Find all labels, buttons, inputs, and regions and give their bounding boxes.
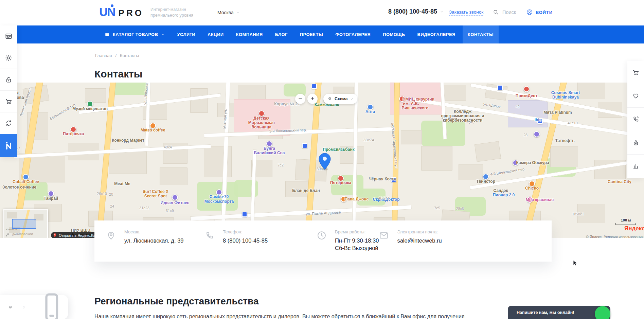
map-poi-marker	[172, 194, 178, 200]
map-label: 7с2	[278, 163, 284, 167]
map-label: 31с9	[166, 209, 174, 213]
phone-number: 8 (800) 100-45-85	[388, 8, 437, 15]
search-icon	[493, 9, 499, 15]
yandex-map[interactable]: Ленинский просп.ул. ШаболовкаМытная ул.Б…	[0, 83, 644, 238]
transport-stop-icon	[242, 212, 247, 217]
nav-item-label: ВИДЕОГАЛЕРЕЯ	[417, 32, 455, 37]
search-button[interactable]: Поиск	[493, 9, 516, 15]
contact-label: Время работы:	[335, 229, 379, 234]
login-button[interactable]: ВОЙТИ	[526, 9, 553, 16]
nav-item[interactable]: ВИДЕОГАЛЕРЕЯ	[412, 25, 461, 43]
map-layer-button[interactable]: Схема	[323, 94, 357, 104]
nav-item[interactable]: ФОТОГАЛЕРЕЯ	[330, 25, 376, 43]
nav-item[interactable]: ПОМОЩЬ	[378, 25, 410, 43]
toolbar-item-heart[interactable]	[627, 84, 644, 108]
toolbar-item-cart[interactable]	[0, 91, 17, 112]
toolbar-item-chart[interactable]	[627, 155, 644, 178]
logo-pro: PRO	[119, 8, 144, 18]
chat-online-indicator	[595, 306, 610, 319]
map-building	[475, 141, 501, 162]
toolbar-item-lockcheck[interactable]	[627, 131, 644, 155]
toolbar-item-gear[interactable]	[0, 47, 17, 69]
layer-label: Схема	[335, 96, 348, 101]
nav-item[interactable]: ПРОЕКТЫ	[295, 25, 328, 43]
breadcrumb-home[interactable]: Главная	[95, 53, 112, 58]
chat-message: Напишите нам, мы онлайн!	[517, 310, 574, 315]
contact-text: Москва ул. Люсиновская, д. 39	[124, 229, 183, 244]
zoom-in-button[interactable]: +	[307, 94, 318, 104]
contact-item: Москва ул. Люсиновская, д. 39	[106, 229, 204, 244]
toolbar-item-phonering[interactable]	[627, 108, 644, 131]
yandex-logo[interactable]: Яндекс	[624, 225, 644, 232]
map-label: 4-й Щипковский пер.	[490, 167, 526, 176]
map-label: Meat Me	[114, 181, 130, 186]
map-label: Идеал Фитнес	[161, 200, 189, 205]
map-label: Музей меценатов	[72, 106, 108, 111]
map-label: Бунга	[264, 146, 275, 151]
map-label: Сандэк	[494, 188, 508, 193]
callback-link[interactable]: Заказать звонок	[449, 10, 483, 16]
logo[interactable]: UN PRO	[99, 4, 144, 19]
nav-item[interactable]: АКЦИИ	[202, 25, 229, 43]
device-button-mobile[interactable]	[36, 282, 68, 319]
contact-value[interactable]: 8 (800) 100-45-85	[223, 237, 268, 244]
toolbar-item-intec[interactable]	[0, 134, 17, 157]
yandex-pin-icon	[53, 233, 57, 237]
map-building	[401, 130, 422, 144]
map-label: Папа Джонс	[345, 197, 369, 201]
contact-item: Электронная почта: sale@intecweb.ru	[379, 229, 442, 244]
chevron-down-icon	[236, 11, 239, 14]
map-terms-link[interactable]: Условия использования	[604, 235, 644, 238]
map-label: Корпус № 21	[274, 102, 300, 106]
toolbar-item-lock[interactable]	[0, 69, 17, 91]
zoom-out-button[interactable]: −	[295, 94, 305, 104]
nav-item[interactable]: УСЛУГИ	[172, 25, 200, 43]
device-button-desktop[interactable]	[9, 303, 12, 312]
map-label: Детская	[253, 116, 269, 121]
map-label: 3Вх7А	[363, 138, 374, 142]
nav-item[interactable]: КОНТАКТЫ	[463, 25, 499, 43]
map-poi-marker	[534, 131, 540, 137]
map-label: 1к58с1	[572, 212, 584, 216]
map-scale-label: 100 м	[615, 218, 636, 222]
map-building	[190, 88, 208, 113]
device-button-tablet[interactable]	[22, 303, 25, 311]
site-header: UN PRO Интернет-магазин премиального уро…	[0, 0, 644, 25]
nav-item-label: КОМПАНИЯ	[236, 32, 263, 37]
office-map-pin[interactable]	[319, 153, 331, 170]
contact-text: Телефон: 8 (800) 100-45-85	[223, 229, 268, 244]
page-title: Контакты	[94, 68, 142, 80]
clock-icon	[317, 230, 327, 241]
map-label: Пятёрочка	[63, 131, 84, 136]
tagline: Интернет-магазин премиального уровня	[150, 7, 193, 18]
minimap[interactable]: ЮЖНОЕ ДАНИЛОВСКИЙ	[3, 209, 48, 238]
toolbar-item-win[interactable]	[0, 25, 17, 47]
map-label: 7с5	[434, 206, 440, 210]
map-label: программирования и	[441, 113, 484, 118]
user-icon	[526, 9, 533, 16]
nav-item-label: ПОМОЩЬ	[383, 32, 405, 37]
chat-widget[interactable]: Напишите нам, мы онлайн!	[508, 306, 610, 319]
map-label: больница	[252, 125, 271, 129]
map-label: ibis	[535, 118, 542, 122]
nav-item[interactable]: КОМПАНИЯ	[231, 25, 268, 43]
nav-item[interactable]: БЛОГ	[270, 25, 293, 43]
map-building	[577, 83, 605, 99]
expand-icon[interactable]	[5, 233, 10, 237]
breadcrumb: Главная / Контакты	[95, 53, 139, 58]
nav-item[interactable]: КАТАЛОГ ТОВАРОВ	[100, 25, 170, 43]
map-label: Secret Spot	[144, 194, 167, 198]
map-poi-marker	[523, 86, 530, 92]
city-selector[interactable]: Москва	[217, 10, 239, 15]
breadcrumb-separator: /	[115, 53, 117, 58]
map-label: Чёрная Кость	[369, 177, 396, 181]
map-attribution: © Яндекс Условия использования	[586, 235, 644, 238]
toolbar-item-sync[interactable]	[0, 112, 17, 134]
transport-stop-icon	[497, 85, 503, 90]
map-building	[109, 149, 147, 174]
right-toolbar	[627, 61, 644, 178]
contact-value[interactable]: sale@intecweb.ru	[397, 237, 442, 244]
header-phone[interactable]: 8 (800) 100-45-85	[388, 8, 444, 15]
toolbar-item-cart[interactable]	[627, 61, 644, 84]
map-label: 31с23	[139, 206, 149, 210]
